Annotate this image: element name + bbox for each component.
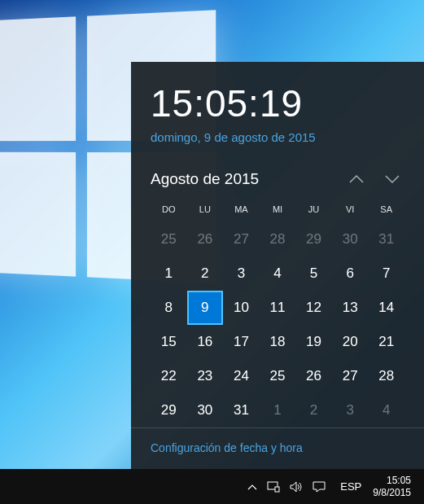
calendar-day[interactable]: 16 [187,325,224,359]
taskbar-clock[interactable]: 15:05 9/8/2015 [368,475,416,499]
notification-icon [313,481,326,493]
calendar-day[interactable]: 15 [151,325,187,359]
volume-tray-icon[interactable] [290,481,303,493]
date-time-settings-link[interactable]: Configuración de fecha y hora [131,427,424,454]
calendar-day[interactable]: 3 [223,256,260,291]
dow-label: VI [332,199,369,222]
taskbar: ESP 15:05 9/8/2015 [0,469,424,504]
calendar-day[interactable]: 12 [295,291,332,325]
calendar-flyout: 15:05:19 domingo, 9 de agosto de 2015 Ag… [131,62,424,469]
clock-time: 15:05:19 [151,81,404,125]
calendar-day[interactable]: 29 [151,393,187,427]
calendar-day[interactable]: 21 [368,325,404,359]
calendar-day[interactable]: 2 [295,393,332,427]
network-tray-icon[interactable] [267,481,280,493]
calendar-day[interactable]: 3 [332,393,369,427]
calendar-day[interactable]: 7 [368,256,404,291]
calendar-day[interactable]: 18 [260,325,296,359]
calendar-day[interactable]: 26 [187,222,224,256]
calendar-day[interactable]: 31 [368,222,404,256]
dow-label: JU [295,199,332,222]
dow-label: SA [368,199,404,222]
system-tray [247,481,334,493]
calendar-day[interactable]: 26 [295,359,332,393]
calendar-day[interactable]: 9 [187,291,224,325]
calendar-days-grid: 2526272829303112345678910111213141516171… [151,222,404,427]
prev-month-button[interactable] [349,175,364,183]
calendar-day[interactable]: 17 [223,325,260,359]
calendar-day[interactable]: 2 [187,256,224,291]
calendar-day[interactable]: 1 [260,393,296,427]
calendar-day[interactable]: 27 [332,359,369,393]
dow-label: LU [187,199,224,222]
calendar-day[interactable]: 14 [368,291,404,325]
day-of-week-header: DOLUMAMIJUVISA [151,199,404,222]
calendar-day[interactable]: 30 [332,222,369,256]
calendar-day[interactable]: 28 [260,222,296,256]
calendar-day[interactable]: 30 [187,393,224,427]
month-label[interactable]: Agosto de 2015 [151,170,259,188]
calendar-day[interactable]: 11 [260,291,296,325]
calendar-day[interactable]: 4 [368,393,404,427]
calendar-day[interactable]: 8 [151,291,187,325]
calendar-day[interactable]: 20 [332,325,369,359]
dow-label: MA [223,199,260,222]
calendar-day[interactable]: 22 [151,359,187,393]
next-month-button[interactable] [385,175,400,183]
calendar-day[interactable]: 5 [295,256,332,291]
speaker-icon [290,481,303,493]
chevron-down-icon [385,175,400,183]
taskbar-date: 9/8/2015 [373,487,411,499]
tray-expand-button[interactable] [247,484,257,490]
clock-long-date[interactable]: domingo, 9 de agosto de 2015 [151,130,404,144]
calendar-day[interactable]: 31 [223,393,260,427]
svg-rect-1 [275,487,279,492]
dow-label: MI [260,199,296,222]
calendar-day[interactable]: 29 [295,222,332,256]
network-icon [267,481,280,493]
chevron-up-icon [349,175,364,183]
taskbar-time: 15:05 [373,475,411,487]
language-indicator[interactable]: ESP [334,480,368,493]
calendar-day[interactable]: 10 [223,291,260,325]
calendar-day[interactable]: 25 [260,359,296,393]
calendar-day[interactable]: 4 [260,256,296,291]
calendar-day[interactable]: 6 [332,256,369,291]
calendar-day[interactable]: 28 [368,359,404,393]
calendar-day[interactable]: 25 [151,222,187,256]
calendar-day[interactable]: 27 [223,222,260,256]
calendar-day[interactable]: 23 [187,359,224,393]
calendar-day[interactable]: 19 [295,325,332,359]
calendar-day[interactable]: 1 [151,256,187,291]
calendar-day[interactable]: 13 [332,291,369,325]
action-center-tray-icon[interactable] [313,481,326,493]
calendar-day[interactable]: 24 [223,359,260,393]
chevron-up-icon [247,484,257,490]
dow-label: DO [151,199,187,222]
